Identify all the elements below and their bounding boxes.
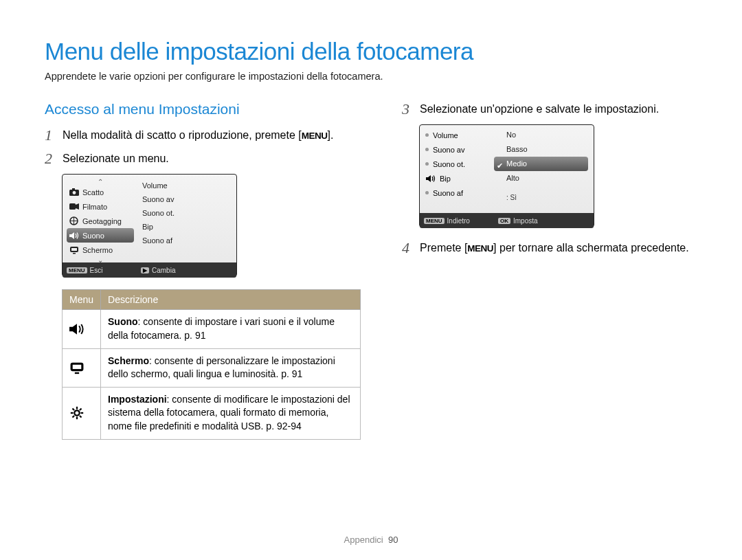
- row-desc: : consente di impostare i vari suoni e i…: [108, 316, 335, 341]
- footer-key-right: ▶: [141, 267, 149, 273]
- submenu-item: Suono af: [142, 234, 232, 247]
- footer-label-esci: Esci: [90, 267, 103, 274]
- step-4-pre: Premete [: [420, 242, 467, 254]
- step-4-post: ] per tornare alla schermata precedente.: [493, 242, 689, 254]
- menu-key-label: MENU: [467, 243, 493, 254]
- display-icon: [69, 361, 93, 374]
- menu-item-label: Geotagging: [82, 217, 122, 225]
- svg-marker-12: [69, 324, 77, 335]
- step-number: 3: [402, 101, 413, 117]
- value-option-selected: ✔Medio: [494, 157, 588, 171]
- option-row: Bip: [425, 171, 493, 186]
- bullet-icon: [425, 148, 429, 151]
- footer-section: Appendici: [344, 535, 383, 545]
- bullet-icon: [425, 191, 429, 194]
- option-label: Bip: [440, 175, 451, 183]
- row-title: Impostazioni: [108, 394, 167, 405]
- display-icon: [69, 245, 79, 254]
- row-desc-cell: Suono: consente di impostare i vari suon…: [101, 310, 361, 348]
- value-option: No: [494, 128, 588, 142]
- submenu-item: Suono av: [142, 192, 232, 206]
- svg-point-16: [74, 410, 79, 415]
- option-row: Volume: [425, 128, 493, 142]
- row-title: Suono: [108, 316, 138, 327]
- menu-item-filmato: Filmato: [67, 199, 134, 214]
- step-1: 1 Nella modalità di scatto o riproduzion…: [45, 127, 361, 144]
- step-1-text: Nella modalità di scatto o riproduzione,…: [63, 127, 333, 143]
- option-row: Suono ot.: [425, 157, 493, 171]
- option-row: Suono af: [425, 186, 493, 200]
- row-desc-cell: Impostazioni: consente di modificare le …: [101, 387, 361, 439]
- svg-rect-14: [73, 364, 82, 368]
- footer-label-indietro: Indietro: [447, 217, 470, 225]
- svg-rect-1: [72, 188, 75, 190]
- step-1-pre: Nella modalità di scatto o riproduzione,…: [63, 129, 302, 141]
- svg-line-22: [80, 416, 82, 418]
- footer-key-ok: OK: [498, 218, 510, 224]
- option-label: Suono af: [433, 189, 463, 197]
- menu-item-suono: Suono: [67, 228, 134, 243]
- menu-item-geotagging: Geotagging: [67, 214, 134, 228]
- page-title: Menu delle impostazioni della fotocamera: [45, 38, 697, 65]
- value-option-label: Medio: [506, 159, 527, 168]
- menu-item-scatto: Scatto: [67, 185, 134, 199]
- option-label: Volume: [433, 131, 458, 139]
- gear-icon: [69, 405, 93, 421]
- table-row: Schermo: consente di personalizzare le i…: [63, 348, 361, 387]
- footer-label-cambia: Cambia: [152, 267, 175, 274]
- page-subtitle: Apprendete le varie opzioni per configur…: [45, 71, 697, 82]
- row-icon-cell: [63, 310, 101, 348]
- speaker-icon: [69, 322, 93, 336]
- step-1-post: ].: [327, 129, 333, 141]
- step-number: 4: [402, 240, 413, 256]
- svg-rect-15: [75, 372, 79, 373]
- camera-screen-volume: Volume Suono av Suono ot. Bip Suono af N…: [419, 124, 594, 227]
- speaker-icon: [69, 231, 79, 240]
- chevron-up-icon: ⌃: [67, 179, 134, 185]
- menu-item-label: Suono: [82, 232, 104, 240]
- footer-key-menu: MENU: [67, 267, 87, 273]
- svg-rect-11: [73, 253, 76, 254]
- submenu-item: Suono ot.: [142, 206, 232, 220]
- table-header-menu: Menu: [63, 290, 101, 310]
- svg-point-2: [72, 191, 76, 194]
- value-sublabel: : Sì: [494, 194, 588, 201]
- chevron-down-icon: ⌄: [67, 257, 134, 263]
- page-footer: Appendici 90: [0, 535, 742, 545]
- svg-rect-3: [69, 203, 76, 210]
- svg-line-23: [72, 416, 74, 418]
- step-number: 1: [45, 127, 56, 144]
- table-row: Impostazioni: consente di modificare le …: [63, 387, 361, 439]
- option-label: Suono ot.: [433, 160, 465, 168]
- step-3: 3 Selezionate un'opzione e salvate le im…: [402, 101, 697, 117]
- menu-key-label: MENU: [302, 131, 328, 141]
- speaker-icon: [425, 174, 436, 183]
- submenu-item: Volume: [142, 179, 232, 192]
- footer-key-menu: MENU: [424, 218, 445, 224]
- svg-marker-4: [76, 203, 79, 210]
- value-option: Alto: [494, 171, 588, 186]
- menu-item-schermo: Schermo: [67, 243, 134, 257]
- option-row: Suono av: [425, 142, 493, 157]
- camera-icon: [69, 188, 79, 197]
- bullet-icon: [425, 133, 429, 137]
- globe-icon: [69, 216, 79, 225]
- bullet-icon: [425, 162, 429, 166]
- row-icon-cell: [63, 387, 101, 439]
- camera-screen-menu: ⌃ Scatto Filmato Geotagging: [62, 174, 237, 277]
- section-heading: Accesso al menu Impostazioni: [45, 101, 361, 117]
- step-4-text: Premete [MENU] per tornare alla schermat…: [420, 240, 689, 256]
- table-row: Suono: consente di impostare i vari suon…: [63, 310, 361, 348]
- footer-label-imposta: Imposta: [513, 217, 538, 225]
- menu-item-label: Scatto: [82, 188, 104, 197]
- svg-marker-8: [69, 232, 74, 239]
- value-option: Basso: [494, 142, 588, 157]
- footer-page-number: 90: [388, 535, 398, 545]
- svg-rect-10: [71, 248, 77, 251]
- svg-line-24: [80, 409, 82, 411]
- step-4: 4 Premete [MENU] per tornare alla scherm…: [402, 240, 697, 256]
- option-label: Suono av: [433, 146, 464, 154]
- menu-description-table: Menu Descrizione Suono: consente di impo…: [62, 289, 361, 439]
- step-2-text: Selezionate un menu.: [63, 150, 169, 166]
- step-number: 2: [45, 150, 56, 167]
